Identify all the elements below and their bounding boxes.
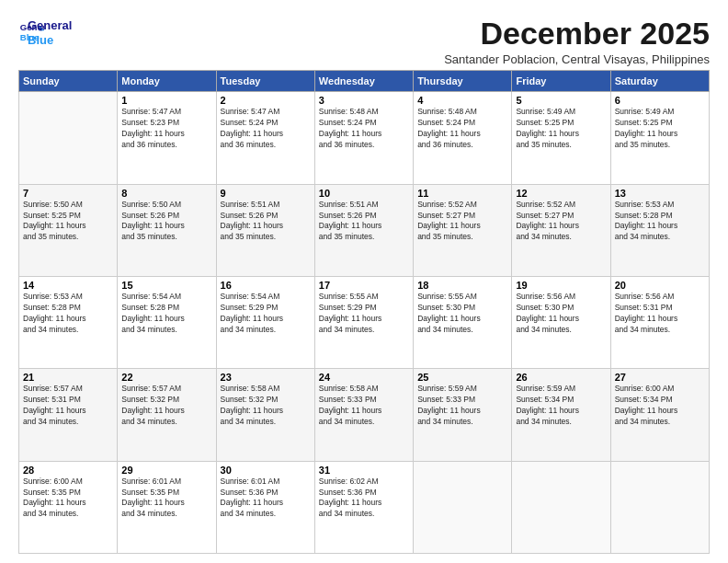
calendar-cell: 25Sunrise: 5:59 AM Sunset: 5:33 PM Dayli… xyxy=(414,369,512,461)
calendar-cell: 11Sunrise: 5:52 AM Sunset: 5:27 PM Dayli… xyxy=(414,184,512,276)
calendar-cell: 3Sunrise: 5:48 AM Sunset: 5:24 PM Daylig… xyxy=(314,92,413,184)
day-info: Sunrise: 5:55 AM Sunset: 5:29 PM Dayligh… xyxy=(319,292,409,336)
day-number: 15 xyxy=(121,280,211,291)
calendar-cell: 8Sunrise: 5:50 AM Sunset: 5:26 PM Daylig… xyxy=(118,184,216,276)
title-block: December 2025 Santander Poblacion, Centr… xyxy=(444,17,710,66)
day-number: 6 xyxy=(615,95,705,106)
day-info: Sunrise: 5:59 AM Sunset: 5:34 PM Dayligh… xyxy=(516,384,606,428)
day-info: Sunrise: 5:50 AM Sunset: 5:25 PM Dayligh… xyxy=(23,200,113,244)
day-number: 14 xyxy=(23,280,113,291)
day-number: 13 xyxy=(615,188,705,199)
calendar-cell: 23Sunrise: 5:58 AM Sunset: 5:32 PM Dayli… xyxy=(216,369,314,461)
day-number: 19 xyxy=(516,280,606,291)
calendar-cell xyxy=(512,461,610,553)
calendar-cell: 26Sunrise: 5:59 AM Sunset: 5:34 PM Dayli… xyxy=(512,369,610,461)
day-info: Sunrise: 6:00 AM Sunset: 5:35 PM Dayligh… xyxy=(23,477,113,521)
calendar-cell: 24Sunrise: 5:58 AM Sunset: 5:33 PM Dayli… xyxy=(314,369,413,461)
calendar-cell xyxy=(610,461,709,553)
day-info: Sunrise: 5:54 AM Sunset: 5:28 PM Dayligh… xyxy=(121,292,211,336)
header: General Blue General Blue December 2025 … xyxy=(18,17,710,66)
day-info: Sunrise: 5:49 AM Sunset: 5:25 PM Dayligh… xyxy=(615,107,705,151)
calendar-cell: 2Sunrise: 5:47 AM Sunset: 5:24 PM Daylig… xyxy=(216,92,314,184)
calendar-cell: 10Sunrise: 5:51 AM Sunset: 5:26 PM Dayli… xyxy=(314,184,413,276)
location-subtitle: Santander Poblacion, Central Visayas, Ph… xyxy=(444,52,710,66)
day-info: Sunrise: 5:58 AM Sunset: 5:32 PM Dayligh… xyxy=(221,384,311,428)
calendar-header-monday: Monday xyxy=(118,71,216,92)
calendar-cell: 9Sunrise: 5:51 AM Sunset: 5:26 PM Daylig… xyxy=(216,184,314,276)
calendar-cell: 21Sunrise: 5:57 AM Sunset: 5:31 PM Dayli… xyxy=(19,369,118,461)
day-number: 11 xyxy=(417,188,507,199)
page: General Blue General Blue December 2025 … xyxy=(0,0,728,563)
day-number: 10 xyxy=(319,188,409,199)
calendar-cell: 27Sunrise: 6:00 AM Sunset: 5:34 PM Dayli… xyxy=(610,369,709,461)
day-info: Sunrise: 6:01 AM Sunset: 5:36 PM Dayligh… xyxy=(221,477,311,521)
day-info: Sunrise: 5:57 AM Sunset: 5:32 PM Dayligh… xyxy=(121,384,211,428)
calendar-table: SundayMondayTuesdayWednesdayThursdayFrid… xyxy=(18,70,710,554)
calendar-cell: 29Sunrise: 6:01 AM Sunset: 5:35 PM Dayli… xyxy=(118,461,216,553)
calendar-cell: 28Sunrise: 6:00 AM Sunset: 5:35 PM Dayli… xyxy=(19,461,118,553)
calendar-cell: 4Sunrise: 5:48 AM Sunset: 5:24 PM Daylig… xyxy=(414,92,512,184)
calendar-header-friday: Friday xyxy=(512,71,610,92)
calendar-cell: 18Sunrise: 5:55 AM Sunset: 5:30 PM Dayli… xyxy=(414,277,512,369)
day-info: Sunrise: 5:52 AM Sunset: 5:27 PM Dayligh… xyxy=(516,200,606,244)
calendar-cell xyxy=(19,92,118,184)
calendar-header-tuesday: Tuesday xyxy=(216,71,314,92)
day-number: 1 xyxy=(121,95,211,106)
calendar-cell: 14Sunrise: 5:53 AM Sunset: 5:28 PM Dayli… xyxy=(19,277,118,369)
day-info: Sunrise: 5:52 AM Sunset: 5:27 PM Dayligh… xyxy=(417,200,507,244)
day-info: Sunrise: 6:02 AM Sunset: 5:36 PM Dayligh… xyxy=(319,477,409,521)
day-info: Sunrise: 6:01 AM Sunset: 5:35 PM Dayligh… xyxy=(121,477,211,521)
calendar-cell: 6Sunrise: 5:49 AM Sunset: 5:25 PM Daylig… xyxy=(610,92,709,184)
day-number: 3 xyxy=(319,95,409,106)
day-info: Sunrise: 5:57 AM Sunset: 5:31 PM Dayligh… xyxy=(23,384,113,428)
day-number: 17 xyxy=(319,280,409,291)
calendar-header-wednesday: Wednesday xyxy=(314,71,413,92)
calendar-cell: 17Sunrise: 5:55 AM Sunset: 5:29 PM Dayli… xyxy=(314,277,413,369)
day-info: Sunrise: 5:47 AM Sunset: 5:24 PM Dayligh… xyxy=(221,107,311,151)
calendar-cell: 13Sunrise: 5:53 AM Sunset: 5:28 PM Dayli… xyxy=(610,184,709,276)
day-number: 8 xyxy=(121,188,211,199)
day-number: 28 xyxy=(23,465,113,476)
calendar-cell: 1Sunrise: 5:47 AM Sunset: 5:23 PM Daylig… xyxy=(118,92,216,184)
day-number: 16 xyxy=(221,280,311,291)
day-info: Sunrise: 5:51 AM Sunset: 5:26 PM Dayligh… xyxy=(319,200,409,244)
calendar-cell: 5Sunrise: 5:49 AM Sunset: 5:25 PM Daylig… xyxy=(512,92,610,184)
calendar-cell: 7Sunrise: 5:50 AM Sunset: 5:25 PM Daylig… xyxy=(19,184,118,276)
day-info: Sunrise: 5:58 AM Sunset: 5:33 PM Dayligh… xyxy=(319,384,409,428)
day-info: Sunrise: 5:51 AM Sunset: 5:26 PM Dayligh… xyxy=(221,200,311,244)
day-info: Sunrise: 6:00 AM Sunset: 5:34 PM Dayligh… xyxy=(615,384,705,428)
day-info: Sunrise: 5:49 AM Sunset: 5:25 PM Dayligh… xyxy=(516,107,606,151)
day-number: 26 xyxy=(516,372,606,383)
day-info: Sunrise: 5:56 AM Sunset: 5:30 PM Dayligh… xyxy=(516,292,606,336)
calendar-header-thursday: Thursday xyxy=(414,71,512,92)
day-number: 12 xyxy=(516,188,606,199)
day-info: Sunrise: 5:56 AM Sunset: 5:31 PM Dayligh… xyxy=(615,292,705,336)
day-info: Sunrise: 5:50 AM Sunset: 5:26 PM Dayligh… xyxy=(121,200,211,244)
day-number: 31 xyxy=(319,465,409,476)
calendar-cell: 22Sunrise: 5:57 AM Sunset: 5:32 PM Dayli… xyxy=(118,369,216,461)
day-number: 27 xyxy=(615,372,705,383)
day-info: Sunrise: 5:59 AM Sunset: 5:33 PM Dayligh… xyxy=(417,384,507,428)
day-number: 30 xyxy=(221,465,311,476)
day-info: Sunrise: 5:48 AM Sunset: 5:24 PM Dayligh… xyxy=(319,107,409,151)
calendar-cell: 31Sunrise: 6:02 AM Sunset: 5:36 PM Dayli… xyxy=(314,461,413,553)
calendar-cell: 12Sunrise: 5:52 AM Sunset: 5:27 PM Dayli… xyxy=(512,184,610,276)
day-info: Sunrise: 5:53 AM Sunset: 5:28 PM Dayligh… xyxy=(23,292,113,336)
day-number: 22 xyxy=(121,372,211,383)
day-number: 2 xyxy=(221,95,311,106)
logo: General Blue General Blue xyxy=(18,17,72,47)
calendar-cell: 30Sunrise: 6:01 AM Sunset: 5:36 PM Dayli… xyxy=(216,461,314,553)
day-number: 25 xyxy=(417,372,507,383)
calendar-header-sunday: Sunday xyxy=(19,71,118,92)
calendar-cell: 16Sunrise: 5:54 AM Sunset: 5:29 PM Dayli… xyxy=(216,277,314,369)
day-info: Sunrise: 5:48 AM Sunset: 5:24 PM Dayligh… xyxy=(417,107,507,151)
day-number: 29 xyxy=(121,465,211,476)
calendar-cell xyxy=(414,461,512,553)
logo-blue: Blue xyxy=(28,33,72,48)
day-number: 18 xyxy=(417,280,507,291)
day-number: 21 xyxy=(23,372,113,383)
day-info: Sunrise: 5:53 AM Sunset: 5:28 PM Dayligh… xyxy=(615,200,705,244)
calendar-cell: 15Sunrise: 5:54 AM Sunset: 5:28 PM Dayli… xyxy=(118,277,216,369)
day-number: 23 xyxy=(221,372,311,383)
calendar-cell: 19Sunrise: 5:56 AM Sunset: 5:30 PM Dayli… xyxy=(512,277,610,369)
